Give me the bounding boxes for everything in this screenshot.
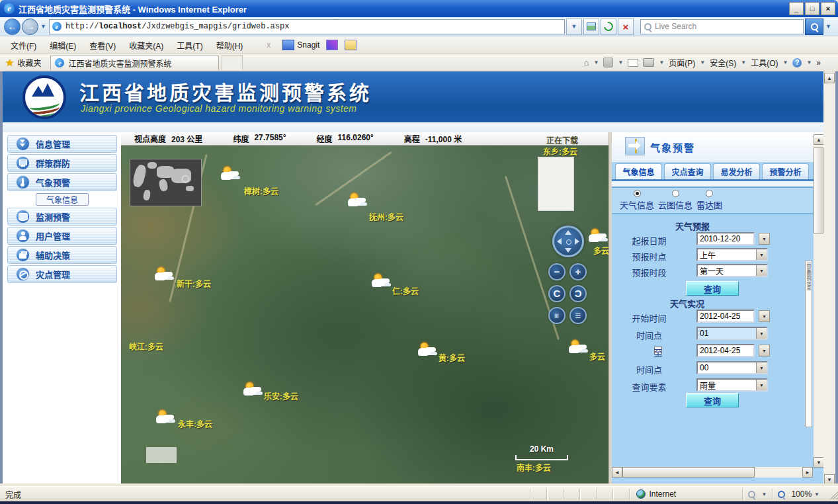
zoom-control[interactable]: 100% ▼ <box>772 489 825 500</box>
pan-left-icon[interactable] <box>557 238 562 245</box>
combo-dropdown-icon[interactable]: ▼ <box>759 345 770 357</box>
refresh-button[interactable] <box>601 19 616 35</box>
search-input[interactable]: Live Search <box>640 19 804 34</box>
sidebar-item[interactable]: 监测预警 <box>7 208 117 226</box>
form-combobox[interactable]: 2012-04-25 <box>696 310 755 323</box>
weather-cloud-sun-icon[interactable] <box>588 229 608 243</box>
panel-scroll-down-icon[interactable]: ▼ <box>814 457 823 468</box>
pan-center-icon[interactable] <box>566 239 571 245</box>
radio-button[interactable] <box>634 190 641 197</box>
weather-cloud-sun-icon[interactable] <box>417 343 437 357</box>
minimize-button[interactable]: _ <box>789 2 804 15</box>
weather-marker-label[interactable]: 永丰:多云 <box>178 418 212 429</box>
snagit-label[interactable]: Snagit <box>297 40 319 50</box>
search-options-icon[interactable]: ▼ <box>825 23 831 30</box>
panel-tab[interactable]: 预警分析 <box>762 163 809 179</box>
radio-button[interactable] <box>706 190 713 197</box>
weather-marker-label[interactable]: 多云 <box>593 245 608 256</box>
combo-dropdown-icon[interactable]: ▼ <box>756 362 767 373</box>
overflow-chevron[interactable]: » <box>816 58 821 67</box>
weather-cloud-sun-icon[interactable] <box>371 274 391 288</box>
form-combobox[interactable]: 上午▼ <box>696 248 768 261</box>
page-menu[interactable]: 页面(P) <box>669 57 695 68</box>
layers-button[interactable]: ≡ <box>569 307 587 324</box>
actual-query-button[interactable]: 查询 <box>686 393 739 407</box>
weather-marker-label[interactable]: 峡江:多云 <box>129 341 163 352</box>
menu-item[interactable]: 工具(T) <box>170 40 209 53</box>
radio-option[interactable]: 云图信息 <box>658 188 692 213</box>
sidebar-subitem-active[interactable]: 气象信息 <box>36 193 89 206</box>
weather-cloud-sun-icon[interactable] <box>347 193 367 208</box>
sidebar-item[interactable]: 灾点管理 <box>7 265 117 283</box>
print-icon[interactable] <box>643 58 654 67</box>
combo-dropdown-icon[interactable]: ▼ <box>756 380 767 390</box>
maximize-button[interactable]: □ <box>805 2 819 15</box>
weather-marker-label[interactable]: 新干:多云 <box>177 278 211 289</box>
snagit-capture-icon[interactable] <box>326 40 338 50</box>
history-dropdown-icon[interactable]: ▼ <box>40 23 46 30</box>
weather-marker-label[interactable]: 抚州:多云 <box>369 211 403 222</box>
page-scroll-up-icon[interactable]: ▲ <box>824 73 835 83</box>
weather-marker-label[interactable]: 南丰:多云 <box>517 462 551 473</box>
forecast-query-button[interactable]: 查询 <box>686 281 739 296</box>
combo-dropdown-icon[interactable]: ▼ <box>759 310 770 322</box>
zoom-in-button[interactable]: + <box>569 263 587 280</box>
map-canvas[interactable]: 东乡:多云樟树:多云抚州:多云新干:多云仁:多云峡江:多云黄:多云多云乐安:多云… <box>121 146 608 483</box>
favorites-label[interactable]: 收藏夹 <box>17 57 41 68</box>
panel-scroll-thumb[interactable] <box>814 147 823 233</box>
weather-marker-label[interactable]: 多云 <box>589 351 605 362</box>
protected-mode-cell[interactable]: ▼ <box>742 489 772 500</box>
forward-button[interactable]: → <box>22 19 38 35</box>
weather-marker-label[interactable]: 乐安:多云 <box>264 390 298 401</box>
weather-cloud-sun-icon[interactable] <box>155 410 175 425</box>
zoom-out-button[interactable]: − <box>548 263 566 280</box>
weather-cloud-sun-icon[interactable] <box>243 382 263 397</box>
radio-option[interactable]: 天气信息 <box>620 188 654 213</box>
home-icon[interactable]: ⌂ <box>584 58 589 67</box>
panel-horizontal-scrollbar[interactable]: ◄ ► <box>612 467 813 478</box>
page-scrollbar[interactable]: ▲ ▼ <box>823 71 835 486</box>
resize-grip[interactable] <box>827 489 838 499</box>
pan-right-icon[interactable] <box>575 238 579 245</box>
panel-tab[interactable]: 灾点查询 <box>664 163 711 179</box>
map-container[interactable]: 视点高度203 公里纬度27.7585°经度116.0260°高程-11,000… <box>121 132 608 483</box>
panel-scroll-right-icon[interactable]: ► <box>802 467 813 478</box>
sidebar-item[interactable]: 辅助决策 <box>7 246 117 264</box>
combo-dropdown-icon[interactable]: ▼ <box>756 328 767 339</box>
favorites-star-icon[interactable]: ★ <box>5 57 14 69</box>
form-combobox[interactable]: 01▼ <box>696 327 768 340</box>
sidebar-item[interactable]: 信息管理 <box>7 135 117 153</box>
combo-dropdown-icon[interactable]: ▼ <box>756 265 767 276</box>
url-input[interactable]: e http://localhost/Jxdzwebgis_mapgis/gri… <box>49 19 565 34</box>
overview-map[interactable] <box>130 159 202 206</box>
weather-marker-label[interactable]: 黄:多云 <box>439 352 465 363</box>
panel-vertical-scrollbar[interactable]: ▲ ▼ <box>814 134 823 468</box>
combo-dropdown-icon[interactable]: ▼ <box>756 249 767 260</box>
browser-tab[interactable]: e 江西省地质灾害监测预警系统 <box>50 56 219 70</box>
read-mail-icon[interactable] <box>628 59 638 67</box>
panel-tab[interactable]: 气象信息 <box>615 163 662 179</box>
rotate-cw-button[interactable]: C <box>569 285 587 302</box>
pan-control[interactable] <box>552 226 584 257</box>
weather-marker-label[interactable]: 樟树:多云 <box>244 185 278 196</box>
pan-up-icon[interactable] <box>565 230 571 235</box>
new-tab-stub[interactable] <box>222 55 243 70</box>
tools-menu[interactable]: 工具(O) <box>751 57 778 68</box>
url-dropdown-button[interactable]: ▼ <box>566 19 582 35</box>
collapsed-vertical-strip[interactable]: 雨量图例信息 <box>805 261 812 427</box>
window-title-bar[interactable]: e 江西省地质灾害监测预警系统 - Windows Internet Explo… <box>0 0 838 17</box>
compatibility-button[interactable] <box>583 19 599 35</box>
stop-button[interactable]: × <box>618 19 634 35</box>
search-go-button[interactable] <box>805 19 823 35</box>
panel-scroll-left-icon[interactable]: ◄ <box>612 467 622 478</box>
rss-feed-icon[interactable] <box>603 58 613 67</box>
panel-hscroll-thumb[interactable] <box>622 467 755 478</box>
weather-marker-label[interactable]: 仁:多云 <box>392 285 419 296</box>
sidebar-item[interactable]: 气象预警 <box>7 173 117 191</box>
help-icon[interactable]: ? <box>792 58 802 67</box>
tilt-button[interactable]: ≡ <box>548 307 566 324</box>
menu-item[interactable]: 文件(F) <box>4 40 43 53</box>
sidebar-item[interactable]: 用户管理 <box>7 227 117 245</box>
form-combobox[interactable]: 2010-12-20 <box>696 232 755 245</box>
safety-menu[interactable]: 安全(S) <box>710 57 736 68</box>
